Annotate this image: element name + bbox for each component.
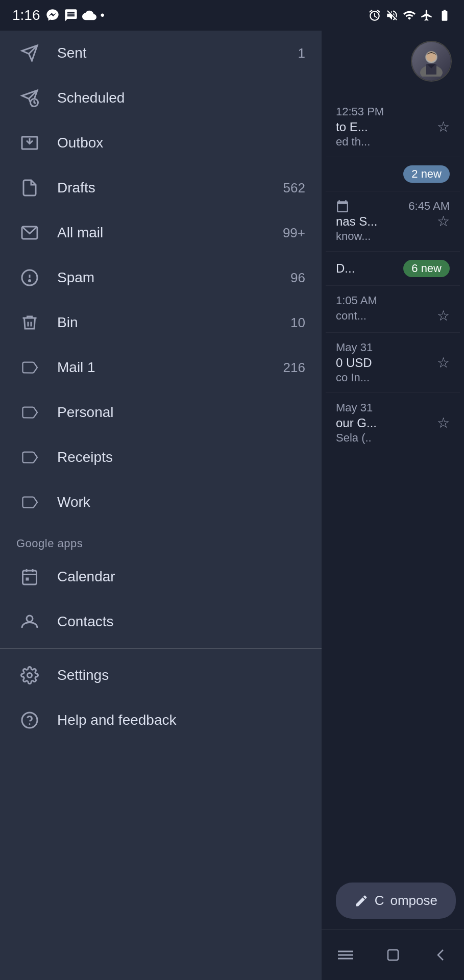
drawer-divider: [0, 648, 322, 649]
sidebar-item-receipts[interactable]: Receipts: [0, 435, 322, 480]
mail1-count: 216: [283, 360, 305, 376]
compose-label: C: [375, 893, 384, 909]
star-icon-5[interactable]: ☆: [437, 307, 450, 324]
calendar-icon: [16, 564, 43, 590]
allmail-icon: [16, 219, 43, 246]
wifi-icon: [403, 9, 416, 22]
drawer: Sent 1 Scheduled: [0, 31, 322, 980]
status-time: 1:16: [12, 7, 40, 23]
mail1-label: Mail 1: [57, 359, 283, 376]
back-button[interactable]: [420, 940, 461, 970]
email-item-4[interactable]: D... 6 new: [326, 252, 460, 286]
help-icon: [16, 707, 43, 733]
sent-label: Sent: [57, 45, 298, 61]
messenger-icon: [45, 8, 60, 22]
email-sender-4: D...: [336, 261, 355, 276]
drafts-icon: [16, 175, 43, 201]
spam-icon: [16, 264, 43, 291]
recent-apps-button[interactable]: [325, 940, 366, 970]
email-sender-1: to E...: [336, 120, 368, 134]
right-panel: 12:53 PM to E... ☆ ed th... 2 new: [322, 31, 464, 980]
notification-dot: •: [101, 8, 105, 22]
sent-count: 1: [298, 45, 305, 61]
email-preview-6: co In...: [336, 371, 370, 384]
email-time-5: 1:05 AM: [336, 294, 377, 307]
bin-label: Bin: [57, 314, 290, 331]
email-item-1[interactable]: 12:53 PM to E... ☆ ed th...: [326, 97, 460, 157]
work-label: Work: [57, 494, 305, 510]
allmail-count: 99+: [283, 225, 305, 241]
star-icon-7[interactable]: ☆: [437, 414, 450, 431]
email-preview-5: cont...: [336, 309, 367, 323]
sidebar-item-help[interactable]: Help and feedback: [0, 698, 322, 743]
sidebar-item-personal[interactable]: Personal: [0, 390, 322, 435]
compose-icon: [354, 894, 369, 908]
email-time-1: 12:53 PM: [336, 105, 384, 118]
back-icon: [430, 945, 451, 965]
sidebar-item-mail1[interactable]: Mail 1 216: [0, 345, 322, 390]
mute-icon: [385, 9, 399, 22]
sidebar-item-allmail[interactable]: All mail 99+: [0, 210, 322, 255]
sidebar-item-sent[interactable]: Sent 1: [0, 31, 322, 76]
sidebar-item-bin[interactable]: Bin 10: [0, 300, 322, 345]
svg-rect-13: [26, 578, 29, 581]
allmail-label: All mail: [57, 225, 283, 241]
airplane-icon: [420, 9, 433, 22]
email-preview-7: Sela (..: [336, 431, 372, 444]
status-icons-left: •: [45, 8, 105, 22]
email-time-6: May 31: [336, 341, 373, 354]
messenger2-icon: [64, 8, 78, 22]
sidebar-item-settings[interactable]: Settings: [0, 653, 322, 698]
svg-point-15: [28, 673, 32, 678]
google-apps-header: Google apps: [0, 525, 322, 554]
outbox-icon: [16, 130, 43, 156]
spam-label: Spam: [57, 270, 290, 286]
drafts-count: 562: [283, 180, 305, 196]
sidebar-item-scheduled[interactable]: Scheduled: [0, 76, 322, 120]
sidebar-item-spam[interactable]: Spam 96: [0, 255, 322, 300]
email-sender-6: 0 USD: [336, 356, 372, 370]
email-item-3[interactable]: 6:45 AM nas S... ☆ know...: [326, 191, 460, 252]
email-item-6[interactable]: May 31 0 USD ☆ co In...: [326, 333, 460, 393]
email-time-3: 6:45 AM: [408, 200, 450, 213]
star-icon-6[interactable]: ☆: [437, 354, 450, 371]
email-preview-3: know...: [336, 230, 371, 242]
home-icon: [383, 945, 403, 965]
svg-point-17: [29, 723, 31, 725]
status-bar: 1:16 •: [0, 0, 464, 31]
calendar-small-icon: [336, 200, 349, 213]
receipts-label: Receipts: [57, 449, 305, 465]
svg-rect-9: [23, 571, 37, 584]
home-button[interactable]: [373, 940, 413, 970]
contacts-icon: [16, 608, 43, 635]
bin-icon: [16, 309, 43, 336]
new-badge-1: 2 new: [403, 165, 450, 183]
email-item-5[interactable]: 1:05 AM cont... ☆: [326, 286, 460, 333]
star-icon-3[interactable]: ☆: [437, 213, 450, 230]
calendar-label: Calendar: [57, 569, 305, 585]
email-list: 12:53 PM to E... ☆ ed th... 2 new: [322, 97, 464, 453]
sidebar-item-calendar[interactable]: Calendar: [0, 554, 322, 599]
avatar[interactable]: [411, 41, 452, 82]
email-item-2[interactable]: 2 new: [326, 157, 460, 191]
new-badge-2: 6 new: [403, 260, 450, 277]
compose-button[interactable]: C ompose: [336, 883, 456, 919]
cloud-icon: [82, 8, 96, 22]
scheduled-icon: [16, 85, 43, 111]
recent-apps-icon: [335, 947, 356, 963]
email-item-7[interactable]: May 31 our G... ☆ Sela (..: [326, 393, 460, 453]
work-label-icon: [16, 489, 43, 516]
svg-point-14: [27, 616, 33, 622]
main-layout: Sent 1 Scheduled: [0, 31, 464, 980]
scheduled-label: Scheduled: [57, 90, 305, 106]
drafts-label: Drafts: [57, 180, 283, 196]
alarm-icon: [368, 9, 381, 22]
send-icon: [16, 40, 43, 66]
sidebar-item-work[interactable]: Work: [0, 480, 322, 525]
star-icon-1[interactable]: ☆: [437, 118, 450, 135]
personal-label-icon: [16, 399, 43, 426]
sidebar-item-drafts[interactable]: Drafts 562: [0, 165, 322, 210]
sidebar-item-outbox[interactable]: Outbox: [0, 120, 322, 165]
svg-point-8: [29, 280, 31, 282]
sidebar-item-contacts[interactable]: Contacts: [0, 599, 322, 644]
